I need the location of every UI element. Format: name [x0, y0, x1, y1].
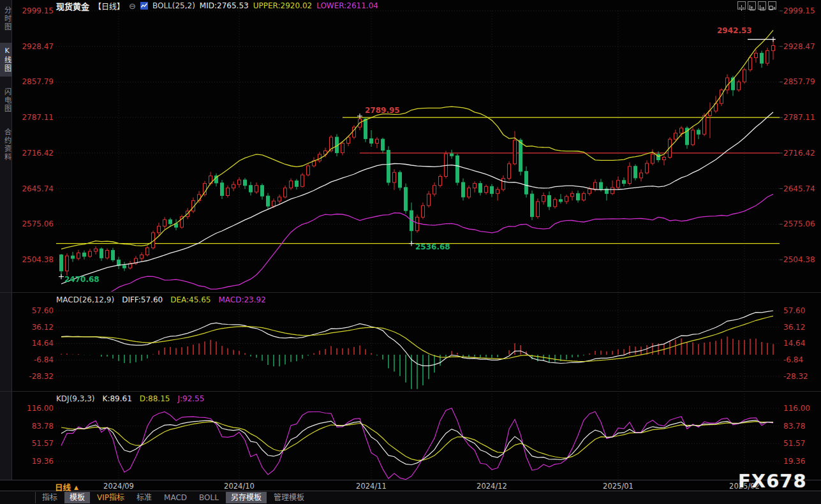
- price-annotation-low-aug: 2470.68: [64, 275, 100, 284]
- indicator-icon: [140, 2, 148, 10]
- tab-5[interactable]: BOLL: [194, 492, 224, 503]
- boll-lower-value: LOWER:2611.04: [316, 1, 378, 10]
- kdj-j-value: J:92.55: [177, 394, 204, 403]
- boll-mid-value: MID:2765.53: [200, 1, 249, 10]
- kdj-d-value: D:88.15: [140, 394, 170, 403]
- trading-app-window: 2999.152999.152928.472928.472857.792857.…: [0, 0, 821, 504]
- tab-0[interactable]: 指标: [37, 492, 63, 503]
- x-axis-zoom-icon[interactable]: [758, 1, 766, 10]
- sidebar-item-contract-info[interactable]: 合约资料: [0, 124, 12, 165]
- macd-header: MACD(26,12,9) DIFF:57.60 DEA:45.65 MACD:…: [56, 295, 266, 304]
- sidebar-item-time-chart[interactable]: 分时图: [0, 3, 12, 35]
- tab-7[interactable]: 管理模板: [269, 492, 309, 503]
- kdj-params-label: KDJ(9,3,3): [56, 394, 95, 403]
- tab-bar-divider: [35, 492, 36, 503]
- boll-upper-value: UPPER:2920.02: [253, 1, 312, 10]
- sidebar-item-lightning-chart[interactable]: 闪电图: [0, 84, 12, 117]
- sidebar-item-kline-chart[interactable]: K线图: [0, 43, 12, 77]
- tab-2[interactable]: VIP指标: [92, 492, 129, 503]
- tab-6[interactable]: 另存模板: [226, 492, 267, 503]
- panel-separator: [0, 391, 821, 392]
- price-annotation-low-nov: 2536.68: [415, 242, 450, 251]
- macd-dea-value: DEA:45.65: [170, 295, 211, 304]
- chart-header: 现货黄金 【日线】 ⊖ BOLL(25,2) MID:2765.53 UPPER…: [56, 1, 378, 11]
- macd-params-label: MACD(26,12,9): [56, 295, 114, 304]
- timeline-top-border: [0, 480, 821, 480]
- tab-3[interactable]: 标准: [131, 492, 157, 503]
- macd-macd-value: MACD:23.92: [218, 295, 265, 304]
- chart-toolbar: [737, 1, 776, 10]
- boll-params-label: BOLL(25,2): [152, 1, 195, 10]
- macd-diff-value: DIFF:57.60: [122, 295, 163, 304]
- tab-4[interactable]: MACD: [159, 492, 192, 503]
- price-annotation-peak-oct: 2789.95: [365, 106, 400, 115]
- price-annotation-high: 2942.53: [717, 26, 752, 35]
- y-axis-zoom-icon[interactable]: [748, 1, 756, 10]
- period-label: 【日线】: [94, 1, 124, 11]
- symbol-name: 现货黄金: [56, 0, 89, 12]
- collapse-icon[interactable]: ⊖: [129, 1, 136, 11]
- triangle-up-icon: ▲: [74, 484, 78, 491]
- bottom-tab-bar: 指标模板VIP指标标准MACDBOLL另存模板管理模板: [0, 491, 821, 504]
- chart-type-sidebar: 分时图K线图闪电图合约资料: [0, 0, 12, 480]
- panel-separator: [0, 292, 821, 293]
- tab-1[interactable]: 模板: [64, 492, 90, 503]
- kdj-k-value: K:89.61: [103, 394, 132, 403]
- crosshair-icon[interactable]: [737, 1, 746, 10]
- chart-canvas[interactable]: [0, 0, 821, 504]
- kdj-header: KDJ(9,3,3) K:89.61 D:88.15 J:92.55: [56, 394, 204, 403]
- pane-shift-icon[interactable]: [768, 1, 776, 10]
- watermark: FX678: [738, 470, 807, 492]
